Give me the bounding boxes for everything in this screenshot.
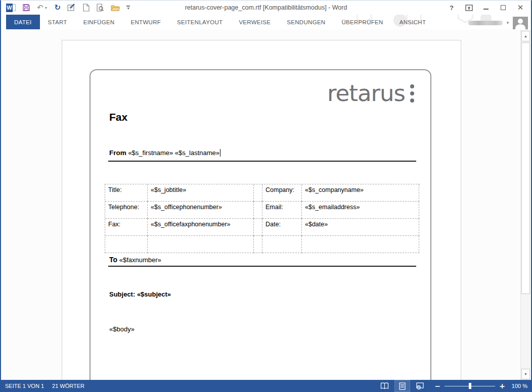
tab-sendungen[interactable]: SENDUNGEN — [279, 15, 333, 29]
retarus-logo-text: retarus — [327, 82, 405, 105]
zoom-slider-thumb[interactable] — [469, 383, 471, 389]
table-cell: «$date» — [302, 219, 419, 236]
print-layout-icon[interactable] — [394, 380, 410, 392]
table-cell: Date: — [262, 219, 302, 236]
table-cell: «$s_officephonenumber» — [148, 202, 254, 219]
table-cell — [105, 236, 148, 253]
text-cursor — [220, 149, 220, 157]
from-label: From — [109, 149, 126, 157]
word-window: ⬡ ⬡ ⬡ ⬡ ⬡ ⬡ W ↶▼ ↻ — [0, 0, 532, 392]
to-line: To «$faxnumber» — [109, 256, 161, 264]
titlebar: W ↶▼ ↻ ▼ — [1, 1, 531, 15]
table-cell: Title: — [105, 184, 148, 202]
window-title: retarus-cover-page_com.rtf [Kompatibilit… — [185, 4, 347, 11]
table-cell — [302, 236, 419, 253]
table-spacer-cell — [254, 236, 262, 253]
ribbon-display-options-button[interactable] — [464, 3, 473, 12]
table-cell: Company: — [262, 184, 302, 202]
quick-access-toolbar: W ↶▼ ↻ ▼ — [6, 2, 130, 13]
table-cell: Email: — [262, 202, 302, 219]
fax-info-table: Title: «$s_jobtitle» Company: «$s_compan… — [105, 184, 420, 253]
tab-seitenlayout[interactable]: SEITENLAYOUT — [169, 15, 231, 29]
scroll-down-icon[interactable]: ▼ — [521, 369, 530, 379]
undo-icon[interactable]: ↶▼ — [37, 3, 48, 13]
tab-entwurf[interactable]: ENTWURF — [122, 15, 169, 29]
to-value: «$faxnumber» — [119, 256, 161, 264]
table-cell: «$s_officefaxphonenumber» — [148, 219, 254, 236]
zoom-control: − + 100 % — [435, 382, 527, 390]
subject-line: Subject: «$subject» — [109, 290, 171, 298]
word-logo-icon[interactable]: W — [6, 3, 16, 13]
table-spacer-cell — [254, 184, 262, 202]
tab-start[interactable]: START — [40, 15, 75, 29]
help-button[interactable]: ? — [447, 3, 456, 12]
from-underline — [108, 161, 416, 162]
table-spacer-cell — [254, 202, 262, 219]
table-cell: «$s_jobtitle» — [148, 184, 254, 202]
tab-ansicht[interactable]: ANSICHT — [391, 15, 434, 29]
maximize-button[interactable] — [499, 3, 508, 12]
redo-icon[interactable]: ↻ — [55, 3, 61, 13]
customize-qat-icon[interactable]: ▼ — [126, 3, 130, 13]
to-label: To — [109, 256, 117, 264]
user-name-redacted — [468, 21, 503, 25]
document-canvas: retarus Fax From «$s_firstname» «$s_last… — [1, 29, 531, 380]
read-mode-icon[interactable] — [377, 380, 392, 392]
to-underline — [108, 266, 416, 267]
ribbon-tabs: DATEI START EINFÜGEN ENTWURF SEITENLAYOU… — [1, 15, 531, 29]
tab-datei[interactable]: DATEI — [6, 15, 40, 29]
open-folder-icon[interactable] — [111, 3, 120, 13]
tab-einfuegen[interactable]: EINFÜGEN — [75, 15, 123, 29]
vertical-scrollbar[interactable]: ▲ ▼ — [520, 30, 530, 380]
tab-ueberpruefen[interactable]: ÜBERPRÜFEN — [333, 15, 391, 29]
zoom-slider[interactable] — [445, 382, 495, 389]
scrollbar-thumb[interactable] — [521, 42, 530, 294]
table-spacer-cell — [254, 219, 262, 236]
zoom-out-button[interactable]: − — [435, 382, 441, 390]
status-bar: SEITE 1 VON 1 21 WÖRTER − + 100 % — [1, 380, 531, 392]
table-cell: «$s_companyname» — [302, 184, 419, 202]
tab-verweise[interactable]: VERWEISE — [231, 15, 279, 29]
new-document-icon[interactable] — [82, 3, 90, 13]
zoom-level[interactable]: 100 % — [509, 383, 527, 389]
table-cell: Fax: — [105, 219, 148, 236]
from-value: «$s_firstname» «$s_lastname» — [128, 149, 219, 157]
table-cell: Telephone: — [105, 202, 148, 219]
user-avatar-icon[interactable] — [513, 17, 528, 29]
minimize-button[interactable] — [481, 3, 491, 12]
document-page[interactable]: retarus Fax From «$s_firstname» «$s_last… — [62, 40, 461, 380]
scroll-up-icon[interactable]: ▲ — [521, 31, 530, 41]
from-line: From «$s_firstname» «$s_lastname» — [109, 149, 220, 157]
close-button[interactable]: ✕ — [516, 3, 525, 12]
print-preview-icon[interactable] — [96, 3, 104, 13]
account-dropdown-icon[interactable]: ▼ — [506, 21, 510, 25]
retarus-logo: retarus — [327, 82, 414, 105]
table-cell — [262, 236, 302, 253]
table-cell — [148, 236, 254, 253]
draft-edit-icon[interactable] — [67, 3, 76, 13]
save-icon[interactable] — [22, 3, 30, 13]
zoom-in-button[interactable]: + — [499, 382, 505, 390]
table-cell: «$s_emailaddress» — [302, 202, 419, 219]
retarus-logo-dots-icon — [410, 84, 414, 103]
web-layout-icon[interactable] — [412, 380, 428, 392]
fax-heading: Fax — [109, 111, 127, 123]
account-area[interactable]: ▼ — [468, 17, 528, 29]
page-indicator[interactable]: SEITE 1 VON 1 — [5, 383, 44, 389]
body-placeholder: «$body» — [109, 325, 135, 333]
word-count[interactable]: 21 WÖRTER — [52, 383, 84, 389]
